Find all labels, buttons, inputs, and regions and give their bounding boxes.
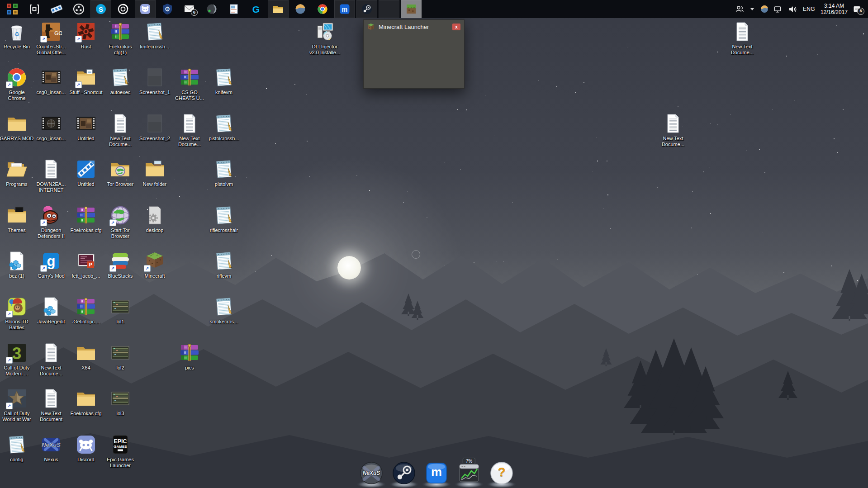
desktop-icon-lol2[interactable]: lol2	[103, 342, 138, 371]
desktop-icon-lol3[interactable]: lol3	[103, 388, 138, 417]
desktop-icon-rust[interactable]: ↗Rust	[69, 21, 103, 50]
desktop-icon-new-folder[interactable]: New folder	[138, 158, 172, 187]
desktop-icon-garry-s-mod[interactable]: g↗Garry's Mod	[34, 250, 68, 279]
desktop-icon-pistolcrossh[interactable]: pistolcrossh...	[207, 113, 241, 142]
taskbar-item-daemon-tools[interactable]	[201, 0, 222, 18]
desktop-icon-google-chrome[interactable]: ↗Google Chrome	[0, 66, 34, 101]
desktop-icon-new-text-docume[interactable]: New Text Docume...	[656, 113, 690, 147]
desktop-icon-cs-go-cheats-u[interactable]: CS GO CHEATS U...	[172, 66, 207, 101]
desktop-icon-screenshot-2[interactable]: Screenshot_2	[138, 113, 172, 142]
desktop-icon-new-text-docume[interactable]: New Text Docume...	[34, 342, 68, 377]
desktop-icon-bcz-1[interactable]: bcz (1)	[0, 250, 34, 279]
desktop-icon-csg0-insan[interactable]: csg0_insan...	[34, 66, 68, 95]
action-center-icon[interactable]: 6	[853, 5, 862, 13]
desktop-icon-getintopc[interactable]: -Getintopc....	[69, 296, 103, 325]
network-icon[interactable]	[774, 5, 783, 13]
dock-item-maxthon[interactable]: m	[420, 458, 453, 488]
chevron-down-icon[interactable]	[749, 6, 755, 12]
desktop-icon-minecraft[interactable]: ↗Minecraft	[138, 250, 172, 279]
taskbar-item-screen-recorder[interactable]	[113, 0, 133, 18]
desktop-icon-screenshot-1[interactable]: Screenshot_1	[138, 66, 172, 95]
desktop-icon-config[interactable]: config	[0, 434, 34, 463]
desktop-icon-programs[interactable]: Programs	[0, 158, 34, 187]
desktop-icon-start-tor-browser[interactable]: ↗Start Tor Browser	[103, 204, 138, 239]
volume-icon[interactable]	[788, 5, 797, 13]
taskbar-item-unknown-app[interactable]	[379, 0, 399, 18]
desktop-icon-new-text-docume[interactable]: New Text Docume...	[103, 113, 138, 147]
taskbar-item-obs[interactable]	[68, 0, 89, 18]
desktop-icon-x64[interactable]: X64	[69, 342, 103, 371]
desktop-icon-tor-browser[interactable]: Tor Browser	[103, 158, 138, 187]
desktop-icon-stuff-shortcut[interactable]: ↗Stuff - Shortcut	[69, 66, 103, 95]
dock-item-help[interactable]: ?	[485, 458, 518, 488]
desktop-icon-call-of-duty-modern[interactable]: 3↗Call of Duty Modern ...	[0, 342, 34, 377]
desktop-icon-new-text-docume[interactable]: New Text Docume...	[172, 113, 207, 147]
taskbar-item-steam[interactable]	[356, 0, 377, 18]
taskbar-item-planet-browser[interactable]	[290, 0, 311, 18]
dock-item-steam[interactable]	[388, 458, 420, 488]
taskbar-item-logitech-g[interactable]: G	[246, 0, 266, 18]
desktop-icon-javaregedit[interactable]: JavaRegedit	[34, 296, 68, 325]
taskbar-item-settings-gear[interactable]: ⚙	[157, 0, 178, 18]
minecraft-launcher-window[interactable]: Minecraft Launcher x	[363, 19, 465, 89]
desktop-icon-call-of-duty-world-at-war[interactable]: ↗Call of Duty World at War	[0, 388, 34, 422]
language-indicator[interactable]: ENG	[803, 6, 815, 12]
taskbar-item-video-editor[interactable]	[46, 0, 67, 18]
taskbar-item-skype[interactable]: S	[90, 0, 111, 18]
desktop-icon-bluestacks[interactable]: ↗BlueStacks	[103, 250, 138, 279]
dock-item-nexus[interactable]: NeXuS	[355, 458, 388, 488]
desktop-icon-counter-str-global-offe[interactable]: GO↗Counter-Str... Global Offe...	[34, 21, 68, 56]
desktop-icon-csgo-insan[interactable]: csgo_insan...	[34, 113, 68, 142]
desktop-icon-desktop[interactable]: desktop	[138, 204, 172, 233]
taskbar-item-document[interactable]	[223, 0, 244, 18]
taskbar-item-discord[interactable]	[135, 0, 156, 18]
desktop-icon-bloons-td-battles[interactable]: ↗Bloons TD Battles	[0, 296, 34, 331]
svg-text:GO: GO	[54, 30, 62, 37]
taskbar-item-maxthon[interactable]: m	[334, 0, 355, 18]
desktop-icon-new-text-docume[interactable]: New Text Docume...	[725, 21, 759, 56]
taskbar-item-mail[interactable]: 6	[179, 0, 200, 18]
planet-browser-tray-icon[interactable]	[760, 5, 768, 13]
desktop-icon-foekrokas-cfg[interactable]: Foekrokas cfg	[69, 388, 103, 417]
help-orb-icon	[490, 461, 513, 485]
clock[interactable]: 3:14 AM 12/16/2017	[821, 3, 848, 15]
folder-icon	[75, 388, 97, 409]
desktop-icon-untitled[interactable]: Untitled	[69, 113, 103, 142]
taskbar-item-screen-snip[interactable]	[24, 0, 45, 18]
desktop-icon-autoexec[interactable]: autoexec	[103, 66, 138, 95]
desktop-icon-recycle-bin[interactable]: ♻Recycle Bin	[0, 21, 34, 50]
desktop-icon-foekrokas-cfg-1[interactable]: Foekrokas cfg(1)	[103, 21, 138, 56]
desktop-icon-foekrokas-cfg[interactable]: Foekrokas cfg	[69, 204, 103, 233]
window-titlebar[interactable]: Minecraft Launcher x	[364, 20, 464, 33]
taskbar-item-file-explorer[interactable]	[268, 0, 289, 18]
desktop-icon-pistolvm[interactable]: pistolvm	[207, 158, 241, 187]
nexus-orb-icon	[360, 461, 383, 485]
desktop-icon-untitled[interactable]: Untitled	[69, 158, 103, 187]
desktop-icon-smokecros[interactable]: smokecros...	[207, 296, 241, 325]
desktop-icon-knifecrossh[interactable]: knifecrossh...	[138, 21, 172, 50]
desktop-icon-garrys-mod[interactable]: GARRYS MOD	[0, 113, 34, 142]
desktop-icon-riflecrosshair[interactable]: riflecrosshair	[207, 204, 241, 233]
people-icon[interactable]	[735, 5, 744, 13]
taskbar-item-chrome[interactable]	[312, 0, 333, 18]
desktop-icon-knifevm[interactable]: knifevm	[207, 66, 241, 95]
desktop-icon-lol1[interactable]: lol1	[103, 296, 138, 325]
dock-item-perf[interactable]: 7%	[453, 458, 485, 488]
desktop-icon-new-text-document[interactable]: New Text Document	[34, 388, 68, 422]
desktop-icon-dungeon-defenders-ii[interactable]: ↗Dungeon Defenders II	[34, 204, 68, 239]
desktop-icon-label: knifecrossh...	[138, 44, 172, 50]
desktop-icon-discord[interactable]: Discord	[69, 434, 103, 463]
desktop-icon-dllinjector-v2-0-installe[interactable]: DLLInjector v2.0 Installe...	[308, 21, 342, 56]
desktop-icon-nexus[interactable]: NeXuSNexus	[34, 434, 68, 463]
desktop-icon-riflevm[interactable]: riflevm	[207, 250, 241, 279]
desktop-icon-themes[interactable]: Themes	[0, 204, 34, 233]
close-button[interactable]: x	[452, 24, 460, 30]
ini-file-icon	[144, 204, 166, 226]
taskbar-item-games-grid[interactable]	[2, 0, 23, 18]
desktop-icon-fett-jacob[interactable]: Pfett_jacob_...	[69, 250, 103, 279]
desktop-icon-epic-games-launcher[interactable]: EPICGAMESEpic Games Launcher	[103, 434, 138, 469]
desktop-icon-down2ea-internet[interactable]: DOWN2EA... INTERNET	[34, 158, 68, 193]
shortcut-arrow-icon: ↗	[6, 311, 13, 317]
taskbar-item-minecraft[interactable]	[401, 0, 422, 18]
desktop-icon-pics[interactable]: pics	[172, 342, 207, 371]
